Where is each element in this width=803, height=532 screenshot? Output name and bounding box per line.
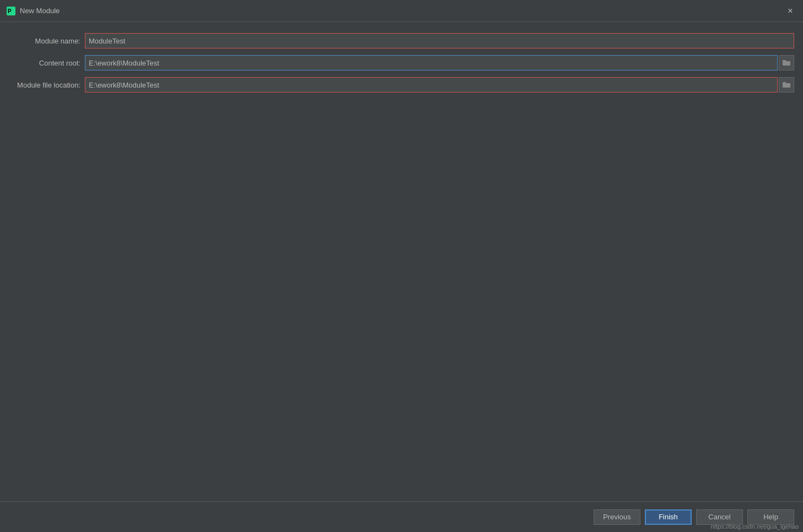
- browse-folder-icon: [783, 59, 790, 67]
- title-bar-left: P New Module: [7, 7, 60, 15]
- watermark: https://blog.csdn.net/gua_lgehao: [711, 523, 799, 530]
- title-bar: P New Module ×: [0, 0, 803, 22]
- content-root-browse-button[interactable]: [779, 55, 794, 70]
- content-root-input[interactable]: [85, 55, 778, 70]
- dialog-title: New Module: [20, 7, 60, 15]
- module-file-location-label: Module file location:: [9, 81, 80, 89]
- content-root-row: Content root:: [9, 55, 794, 70]
- content-root-label: Content root:: [9, 59, 80, 67]
- help-button[interactable]: Help: [747, 509, 794, 525]
- module-file-location-input-wrapper: [85, 77, 794, 93]
- close-button[interactable]: ×: [784, 5, 796, 17]
- previous-button[interactable]: Previous: [594, 509, 640, 525]
- module-name-row: Module name:: [9, 33, 794, 48]
- module-file-location-row: Module file location:: [9, 77, 794, 93]
- cancel-button[interactable]: Cancel: [696, 509, 743, 525]
- content-root-input-wrapper: [85, 55, 794, 70]
- svg-text:P: P: [8, 8, 12, 14]
- dialog-wrapper: P New Module × Module name: Content root…: [0, 0, 803, 532]
- finish-button[interactable]: Finish: [645, 509, 692, 525]
- module-name-label: Module name:: [9, 37, 80, 45]
- module-file-location-browse-button[interactable]: [779, 77, 794, 93]
- browse-folder-icon-2: [783, 81, 790, 89]
- app-icon: P: [7, 7, 15, 15]
- dialog-footer: Previous Finish Cancel Help: [0, 501, 803, 532]
- module-name-input-wrapper: [85, 33, 794, 48]
- dialog-content: Module name: Content root:: [0, 22, 803, 501]
- module-file-location-input[interactable]: [85, 77, 778, 93]
- module-name-input[interactable]: [85, 33, 794, 48]
- new-module-dialog: P New Module × Module name: Content root…: [0, 0, 803, 532]
